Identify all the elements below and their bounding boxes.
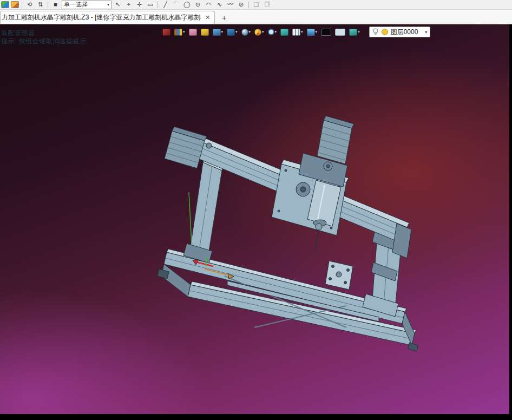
stamp-icon-2[interactable]: ❒: [262, 1, 272, 9]
app-logo-icon[interactable]: [1, 1, 9, 8]
toolbar-separator: [22, 2, 22, 8]
top-toolbar: ⟲ ⇅ ■ 单一选择 ▾ ↖ ⌖ ✛ ▭ ╱ ⌒ ◯ ⊙ ◠ ∿ 〰 ⊘ ❑ ❒: [0, 0, 512, 10]
spline-tool-icon[interactable]: ∿: [215, 1, 224, 9]
document-tab[interactable]: 力加工雕刻机水晶字雕刻机.Z3 - [迷你字亚克力加工雕刻机水晶字雕刻机] ✕: [0, 11, 215, 24]
undo-icon[interactable]: ⟲: [25, 1, 34, 9]
circle-tool-icon[interactable]: ◯: [182, 1, 192, 9]
spindle-carriage[interactable]: [272, 153, 349, 252]
new-tab-button[interactable]: +: [217, 12, 231, 24]
pan-icon[interactable]: ⇅: [36, 1, 45, 9]
session-icon[interactable]: [11, 1, 19, 8]
toolbar-separator: [157, 2, 158, 8]
close-icon[interactable]: ✕: [204, 14, 211, 21]
arc3-tool-icon[interactable]: ◠: [204, 1, 213, 9]
arc-tool-icon[interactable]: ⌒: [172, 1, 181, 9]
region-pick-icon[interactable]: ▭: [146, 1, 155, 9]
target-pick-icon[interactable]: ⌖: [124, 1, 133, 9]
toolbar-separator: [48, 2, 48, 8]
stamp-icon-1[interactable]: ❑: [252, 1, 261, 9]
left-column[interactable]: [183, 157, 224, 263]
circle-center-tool-icon[interactable]: ⊙: [193, 1, 202, 9]
3d-viewport[interactable]: 装配管理器 提示: 按组合键取消这些提示. ▾ ▾ ▾ ▾ ▾ ▾ ▾ ▾ ▾ …: [0, 24, 512, 414]
document-tabbar: 力加工雕刻机水晶字雕刻机.Z3 - [迷你字亚克力加工雕刻机水晶字雕刻机] ✕ …: [0, 10, 512, 24]
cross-pick-icon[interactable]: ✛: [135, 1, 144, 9]
selection-mode-value: 单一选择: [64, 1, 88, 9]
document-tab-label: 力加工雕刻机水晶字雕刻机.Z3 - [迷你字亚克力加工雕刻机水晶字雕刻机]: [2, 13, 201, 22]
chevron-down-icon: ▾: [107, 2, 109, 7]
cnc-machine-model[interactable]: [0, 24, 512, 414]
toolbar-separator: [248, 2, 249, 8]
frame-icon[interactable]: ■: [51, 1, 60, 9]
selection-mode-dropdown[interactable]: 单一选择 ▾: [62, 1, 111, 9]
trim-tool-icon[interactable]: ⊘: [237, 1, 246, 9]
bottom-bar: [0, 414, 512, 420]
line-tool-icon[interactable]: ╱: [161, 1, 170, 9]
polyline-tool-icon[interactable]: 〰: [226, 1, 235, 9]
viewport-right-edge: [509, 24, 512, 414]
cursor-pick-icon[interactable]: ↖: [113, 1, 122, 9]
